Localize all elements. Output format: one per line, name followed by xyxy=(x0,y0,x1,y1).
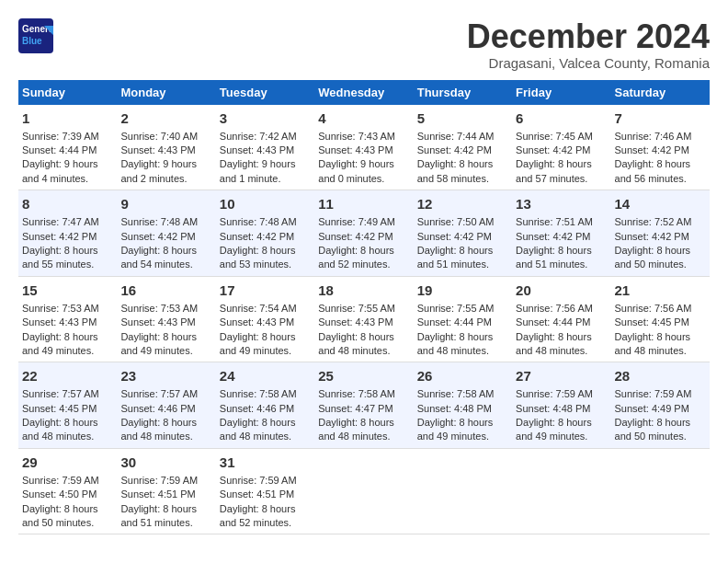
day-number: 16 xyxy=(120,281,211,300)
sunset-text: Sunset: 4:43 PM xyxy=(220,144,294,155)
calendar-cell: 31Sunrise: 7:59 AMSunset: 4:51 PMDayligh… xyxy=(216,448,314,534)
daylight-text: Daylight: 8 hours and 56 minutes. xyxy=(615,158,691,183)
sunset-text: Sunset: 4:42 PM xyxy=(120,231,195,242)
day-number: 14 xyxy=(615,194,706,213)
sunset-text: Sunset: 4:43 PM xyxy=(220,316,294,327)
week-row-3: 15Sunrise: 7:53 AMSunset: 4:43 PMDayligh… xyxy=(18,276,710,362)
sunset-text: Sunset: 4:42 PM xyxy=(22,231,97,242)
calendar-cell: 13Sunrise: 7:51 AMSunset: 4:42 PMDayligh… xyxy=(512,190,610,277)
header-day-monday: Monday xyxy=(117,80,215,105)
sunrise-text: Sunrise: 7:44 AM xyxy=(417,131,495,142)
day-number: 28 xyxy=(615,366,706,385)
sunrise-text: Sunrise: 7:50 AM xyxy=(417,216,495,227)
day-number: 12 xyxy=(417,194,508,213)
daylight-text: Daylight: 8 hours and 48 minutes. xyxy=(22,417,98,442)
sunrise-text: Sunrise: 7:59 AM xyxy=(22,475,99,486)
sunset-text: Sunset: 4:51 PM xyxy=(120,488,195,500)
daylight-text: Daylight: 8 hours and 49 minutes. xyxy=(22,331,98,356)
header-day-wednesday: Wednesday xyxy=(314,80,413,105)
calendar-cell: 22Sunrise: 7:57 AMSunset: 4:45 PMDayligh… xyxy=(18,362,117,449)
calendar-cell: 5Sunrise: 7:44 AMSunset: 4:42 PMDaylight… xyxy=(414,105,512,190)
sunrise-text: Sunrise: 7:57 AM xyxy=(120,388,198,399)
calendar-cell: 25Sunrise: 7:58 AMSunset: 4:47 PMDayligh… xyxy=(314,362,413,449)
sunset-text: Sunset: 4:43 PM xyxy=(120,316,195,327)
day-number: 6 xyxy=(516,109,607,128)
sunset-text: Sunset: 4:42 PM xyxy=(318,231,392,242)
daylight-text: Daylight: 8 hours and 50 minutes. xyxy=(615,417,691,442)
week-row-4: 22Sunrise: 7:57 AMSunset: 4:45 PMDayligh… xyxy=(18,362,710,449)
sunset-text: Sunset: 4:47 PM xyxy=(318,403,392,414)
sunset-text: Sunset: 4:46 PM xyxy=(120,403,195,414)
sunset-text: Sunset: 4:48 PM xyxy=(417,403,492,414)
day-number: 5 xyxy=(417,109,508,128)
calendar-cell: 17Sunrise: 7:54 AMSunset: 4:43 PMDayligh… xyxy=(216,276,314,362)
daylight-text: Daylight: 8 hours and 50 minutes. xyxy=(22,503,98,528)
calendar-cell: 3Sunrise: 7:42 AMSunset: 4:43 PMDaylight… xyxy=(216,105,314,190)
daylight-text: Daylight: 8 hours and 49 minutes. xyxy=(220,331,296,356)
daylight-text: Daylight: 8 hours and 52 minutes. xyxy=(220,503,296,528)
week-row-2: 8Sunrise: 7:47 AMSunset: 4:42 PMDaylight… xyxy=(18,190,710,277)
daylight-text: Daylight: 8 hours and 48 minutes. xyxy=(615,331,691,356)
calendar-cell: 4Sunrise: 7:43 AMSunset: 4:43 PMDaylight… xyxy=(314,105,413,190)
day-number: 19 xyxy=(417,281,508,300)
sunset-text: Sunset: 4:42 PM xyxy=(615,231,689,242)
day-number: 30 xyxy=(120,453,211,472)
day-number: 20 xyxy=(516,281,607,300)
sunrise-text: Sunrise: 7:56 AM xyxy=(615,303,692,314)
day-number: 22 xyxy=(22,366,113,385)
sunset-text: Sunset: 4:44 PM xyxy=(22,144,97,155)
header-day-thursday: Thursday xyxy=(414,80,512,105)
week-row-1: 1Sunrise: 7:39 AMSunset: 4:44 PMDaylight… xyxy=(18,105,710,190)
sunset-text: Sunset: 4:49 PM xyxy=(615,403,689,414)
calendar-cell xyxy=(314,448,413,534)
day-number: 17 xyxy=(220,281,311,300)
sunset-text: Sunset: 4:48 PM xyxy=(516,403,590,414)
sunset-text: Sunset: 4:43 PM xyxy=(318,144,392,155)
day-number: 21 xyxy=(615,281,706,300)
svg-text:Blue: Blue xyxy=(22,36,42,46)
calendar-table: SundayMondayTuesdayWednesdayThursdayFrid… xyxy=(18,80,710,535)
sunset-text: Sunset: 4:42 PM xyxy=(417,144,492,155)
daylight-text: Daylight: 8 hours and 53 minutes. xyxy=(220,245,296,270)
daylight-text: Daylight: 8 hours and 48 minutes. xyxy=(120,417,197,442)
calendar-cell: 26Sunrise: 7:58 AMSunset: 4:48 PMDayligh… xyxy=(414,362,512,449)
daylight-text: Daylight: 8 hours and 48 minutes. xyxy=(417,331,494,356)
calendar-cell: 16Sunrise: 7:53 AMSunset: 4:43 PMDayligh… xyxy=(117,276,215,362)
sunrise-text: Sunrise: 7:58 AM xyxy=(417,388,495,399)
sunrise-text: Sunrise: 7:55 AM xyxy=(318,303,395,314)
sunrise-text: Sunrise: 7:56 AM xyxy=(516,303,593,314)
title-area: December 2024 Dragasani, Valcea County, … xyxy=(467,18,710,71)
sunrise-text: Sunrise: 7:47 AM xyxy=(22,216,99,227)
calendar-cell: 11Sunrise: 7:49 AMSunset: 4:42 PMDayligh… xyxy=(314,190,413,277)
day-number: 2 xyxy=(120,109,211,128)
sunrise-text: Sunrise: 7:58 AM xyxy=(220,388,297,399)
calendar-cell: 30Sunrise: 7:59 AMSunset: 4:51 PMDayligh… xyxy=(117,448,215,534)
sunrise-text: Sunrise: 7:55 AM xyxy=(417,303,495,314)
sunset-text: Sunset: 4:46 PM xyxy=(220,403,294,414)
daylight-text: Daylight: 8 hours and 49 minutes. xyxy=(417,417,494,442)
calendar-cell: 27Sunrise: 7:59 AMSunset: 4:48 PMDayligh… xyxy=(512,362,610,449)
daylight-text: Daylight: 8 hours and 48 minutes. xyxy=(516,331,592,356)
daylight-text: Daylight: 8 hours and 49 minutes. xyxy=(120,331,197,356)
sunset-text: Sunset: 4:45 PM xyxy=(615,316,689,327)
day-number: 13 xyxy=(516,194,607,213)
day-number: 15 xyxy=(22,281,113,300)
sunrise-text: Sunrise: 7:49 AM xyxy=(318,216,395,227)
day-number: 3 xyxy=(220,109,311,128)
sunset-text: Sunset: 4:43 PM xyxy=(318,316,392,327)
sunset-text: Sunset: 4:42 PM xyxy=(417,231,492,242)
day-number: 25 xyxy=(318,366,409,385)
daylight-text: Daylight: 9 hours and 0 minutes. xyxy=(318,158,394,183)
day-number: 7 xyxy=(615,109,706,128)
calendar-cell: 7Sunrise: 7:46 AMSunset: 4:42 PMDaylight… xyxy=(611,105,710,190)
day-number: 8 xyxy=(22,194,113,213)
calendar-cell: 1Sunrise: 7:39 AMSunset: 4:44 PMDaylight… xyxy=(18,105,117,190)
sunrise-text: Sunrise: 7:58 AM xyxy=(318,388,395,399)
calendar-cell: 21Sunrise: 7:56 AMSunset: 4:45 PMDayligh… xyxy=(611,276,710,362)
calendar-cell: 23Sunrise: 7:57 AMSunset: 4:46 PMDayligh… xyxy=(117,362,215,449)
header-day-friday: Friday xyxy=(512,80,610,105)
calendar-cell: 24Sunrise: 7:58 AMSunset: 4:46 PMDayligh… xyxy=(216,362,314,449)
calendar-cell: 12Sunrise: 7:50 AMSunset: 4:42 PMDayligh… xyxy=(414,190,512,277)
sunset-text: Sunset: 4:42 PM xyxy=(516,231,590,242)
sunrise-text: Sunrise: 7:42 AM xyxy=(220,131,297,142)
